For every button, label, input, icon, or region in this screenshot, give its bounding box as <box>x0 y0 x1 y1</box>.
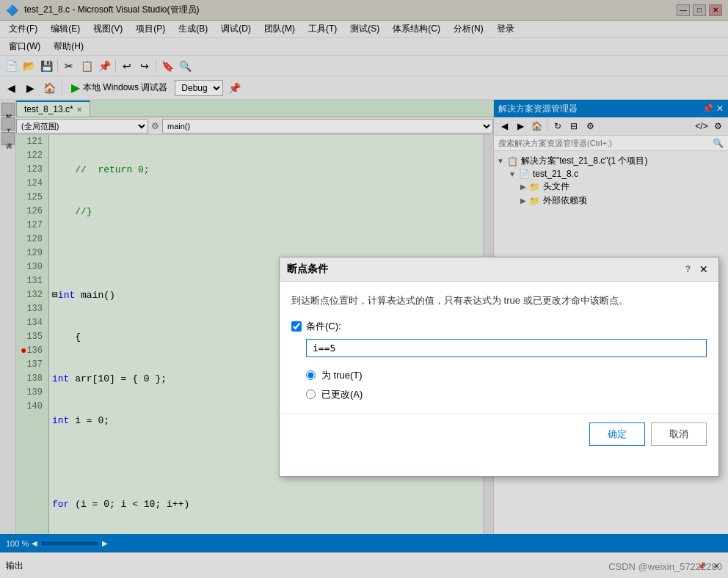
line-num-137: 137 <box>19 358 46 372</box>
toolbar-home[interactable]: 🏠 <box>41 80 57 96</box>
zoom-status: 100 % ◀ ▶ <box>6 539 108 548</box>
solution-explorer-title: 解决方案资源管理器 <box>498 103 578 115</box>
title-bar-left: 🔷 test_21_8.c - Microsoft Visual Studio(… <box>6 4 200 16</box>
se-toolbar: ◀ ▶ 🏠 ↻ ⊟ ⚙ </> ⚙ <box>494 117 728 136</box>
editor-tab-active[interactable]: test_8_13.c* ✕ <box>16 100 90 117</box>
zoom-slider[interactable] <box>40 541 99 546</box>
se-forward-btn[interactable]: ▶ <box>513 119 528 133</box>
tree-header-files[interactable]: ▶ 📁 头文件 <box>520 180 725 194</box>
left-sidebar: 解 工 调 <box>0 100 16 534</box>
line-numbers: 121 122 123 124 125 126 127 128 129 130 … <box>16 135 49 534</box>
sidebar-icon-3[interactable]: 调 <box>1 132 15 145</box>
se-refresh-btn[interactable]: ↻ <box>550 119 565 133</box>
modal-close-button[interactable]: ✕ <box>696 262 711 277</box>
line-num-138: 138 <box>19 372 46 386</box>
output-close-btn[interactable]: ✕ <box>710 560 722 571</box>
tree-solution-root[interactable]: ▼ 📋 解决方案"test_21_8.c"(1 个项目) <box>497 154 725 168</box>
se-home-btn[interactable]: 🏠 <box>529 119 544 133</box>
toolbar-back[interactable]: ◀ <box>3 80 19 96</box>
menu-login[interactable]: 登录 <box>491 21 520 37</box>
minimize-button[interactable]: — <box>677 4 690 16</box>
toolbar-pin[interactable]: 📌 <box>226 80 242 96</box>
func-select[interactable]: main() <box>162 119 493 133</box>
output-pin-btn[interactable]: 📌 <box>696 560 707 571</box>
solution-expand-arrow: ▼ <box>497 157 504 165</box>
editor-toolbar: (全局范围) ⚙ main() <box>16 117 493 135</box>
toolbar-redo[interactable]: ↪ <box>136 58 153 74</box>
se-search-input[interactable] <box>498 139 713 147</box>
menu-help[interactable]: 帮助(H) <box>48 39 90 54</box>
toolbar-save[interactable]: 💾 <box>38 58 54 74</box>
modal-description: 到达断点位置时，计算表达式的值，只有表达式为 true 或已更改才命中该断点。 <box>291 293 707 308</box>
line-num-129: 129 <box>19 246 46 260</box>
search-icon: 🔍 <box>713 138 724 148</box>
toolbar-paste[interactable]: 📌 <box>96 58 112 74</box>
menu-edit[interactable]: 编辑(E) <box>45 21 86 37</box>
menu-test[interactable]: 测试(S) <box>344 21 385 37</box>
se-search-area: 🔍 <box>494 136 728 151</box>
modal-cancel-button[interactable]: 取消 <box>651 422 707 446</box>
sidebar-icon-1[interactable]: 解 <box>1 103 15 116</box>
scope-select[interactable]: (全局范围) <box>16 119 148 133</box>
se-settings-btn[interactable]: ⚙ <box>710 119 725 133</box>
se-back-btn[interactable]: ◀ <box>497 119 512 133</box>
condition-checkbox[interactable] <box>291 321 302 332</box>
toolbar-2: ◀ ▶ 🏠 ▶ 本地 Windows 调试器 Debug 📌 <box>0 76 728 100</box>
radio-changed[interactable] <box>306 389 316 399</box>
toolbar-forward[interactable]: ▶ <box>22 80 38 96</box>
menu-debug[interactable]: 调试(D) <box>215 21 257 37</box>
menu-analyze[interactable]: 分析(N) <box>448 21 489 37</box>
status-bar: 100 % ◀ ▶ <box>0 534 728 552</box>
modal-ok-button[interactable]: 确定 <box>589 422 645 446</box>
toolbar-new[interactable]: 📄 <box>3 58 19 74</box>
separator-3 <box>156 59 156 73</box>
radio-group: 为 true(T) 已更改(A) <box>306 369 707 401</box>
editor-tabs: test_8_13.c* ✕ <box>16 100 493 117</box>
menu-team[interactable]: 团队(M) <box>258 21 301 37</box>
run-label: 本地 Windows 调试器 <box>83 81 167 94</box>
line-num-132: 132 <box>19 288 46 302</box>
se-code-view-btn[interactable]: </> <box>694 119 709 133</box>
menu-file[interactable]: 文件(F) <box>3 21 43 37</box>
toolbar-copy[interactable]: 📋 <box>79 58 95 74</box>
close-button[interactable]: ✕ <box>709 4 722 16</box>
menu-project[interactable]: 项目(P) <box>130 21 171 37</box>
header-files-label: 头文件 <box>543 180 569 193</box>
toolbar-cut[interactable]: ✂ <box>61 58 77 74</box>
menu-window[interactable]: 窗口(W) <box>3 39 46 54</box>
menu-tools[interactable]: 工具(T) <box>302 21 343 37</box>
tree-external-deps[interactable]: ▶ 📁 外部依赖项 <box>520 194 725 208</box>
line-num-127: 127 <box>19 219 46 233</box>
sidebar-icon-2[interactable]: 工 <box>1 117 15 131</box>
maximize-button[interactable]: □ <box>693 4 706 16</box>
menu-view[interactable]: 视图(V) <box>87 21 128 37</box>
tree-project[interactable]: ▼ 📄 test_21_8.c <box>509 168 725 180</box>
modal-help-icon[interactable]: ? <box>685 264 691 274</box>
toolbar-open[interactable]: 📂 <box>21 58 37 74</box>
run-debug-button[interactable]: ▶ 本地 Windows 调试器 <box>67 79 172 96</box>
zoom-fwd-btn[interactable]: ▶ <box>102 539 108 547</box>
tab-close-icon[interactable]: ✕ <box>76 106 82 114</box>
menu-bar-row1: 文件(F) 编辑(E) 视图(V) 项目(P) 生成(B) 调试(D) 团队(M… <box>0 21 728 38</box>
zoom-back-btn[interactable]: ◀ <box>32 539 37 547</box>
toolbar-bookmark[interactable]: 🔖 <box>159 58 175 74</box>
panel-pin-button[interactable]: 📌 <box>702 103 713 114</box>
separator-2 <box>115 59 116 73</box>
menu-build[interactable]: 生成(B) <box>172 21 214 37</box>
solution-label: 解决方案"test_21_8.c"(1 个项目) <box>521 155 648 167</box>
tree-view: ▼ 📋 解决方案"test_21_8.c"(1 个项目) ▼ 📄 test_21… <box>494 151 728 211</box>
toolbar-find[interactable]: 🔍 <box>177 58 193 74</box>
title-bar: 🔷 test_21_8.c - Microsoft Visual Studio(… <box>0 0 728 21</box>
toolbar-undo[interactable]: ↩ <box>119 58 135 74</box>
menu-architecture[interactable]: 体系结构(C) <box>387 21 446 37</box>
radio-true[interactable] <box>306 370 316 380</box>
panel-close-button[interactable]: ✕ <box>716 103 724 114</box>
line-num-134: 134 <box>19 316 46 330</box>
se-properties-btn[interactable]: ⚙ <box>583 119 597 133</box>
se-collapse-btn[interactable]: ⊟ <box>567 119 581 133</box>
line-num-136: 136 <box>19 344 46 358</box>
breakpoint-condition-dialog: 断点条件 ? ✕ 到达断点位置时，计算表达式的值，只有表达式为 true 或已更… <box>279 257 719 477</box>
condition-input[interactable] <box>306 339 707 357</box>
debug-config-select[interactable]: Debug <box>175 80 223 96</box>
tab-filename: test_8_13.c* <box>24 104 73 114</box>
